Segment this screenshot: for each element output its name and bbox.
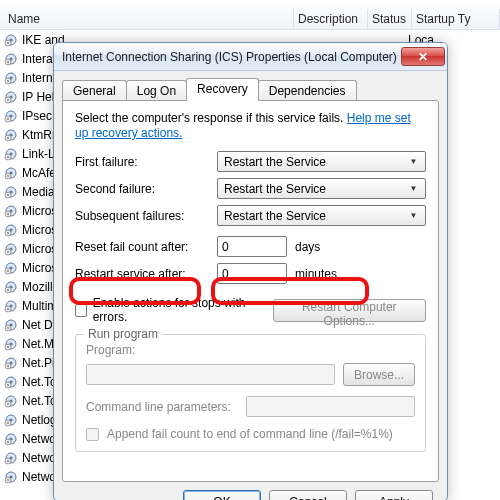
tab-recovery[interactable]: Recovery [186, 78, 259, 101]
service-icon [4, 375, 18, 389]
col-description[interactable]: Description [294, 9, 368, 29]
service-icon [4, 470, 18, 484]
svg-point-59 [7, 308, 9, 310]
svg-point-87 [7, 441, 9, 443]
restart-computer-options-button: Restart Computer Options... [273, 299, 426, 322]
svg-point-63 [7, 327, 9, 329]
second-failure-dropdown[interactable]: Restart the Service ▼ [217, 178, 426, 199]
svg-point-95 [7, 479, 9, 481]
ok-button[interactable]: OK [183, 490, 261, 500]
tab-logon[interactable]: Log On [126, 80, 187, 101]
service-icon [4, 90, 18, 104]
chevron-down-icon: ▼ [406, 211, 421, 220]
svg-point-39 [7, 213, 9, 215]
service-icon [4, 299, 18, 313]
svg-point-67 [7, 346, 9, 348]
service-icon [4, 337, 18, 351]
service-icon [4, 52, 18, 66]
svg-point-19 [7, 118, 9, 120]
tab-dependencies[interactable]: Dependencies [258, 80, 357, 101]
properties-dialog: Internet Connection Sharing (ICS) Proper… [53, 42, 448, 500]
browse-button: Browse... [343, 363, 415, 386]
restart-after-label: Restart service after: [75, 267, 217, 281]
service-icon [4, 261, 18, 275]
svg-point-15 [7, 99, 9, 101]
service-icon [4, 147, 18, 161]
service-icon [4, 280, 18, 294]
svg-point-55 [7, 289, 9, 291]
service-icon [4, 166, 18, 180]
first-failure-dropdown[interactable]: Restart the Service ▼ [217, 151, 426, 172]
days-unit: days [295, 240, 320, 254]
cmdline-input [246, 396, 415, 417]
program-input [86, 364, 335, 385]
service-icon [4, 128, 18, 142]
svg-point-31 [7, 175, 9, 177]
service-icon [4, 394, 18, 408]
service-icon [4, 318, 18, 332]
list-header: Name Description Status Startup Ty [0, 0, 500, 30]
service-icon [4, 109, 18, 123]
svg-point-79 [7, 403, 9, 405]
service-icon [4, 242, 18, 256]
subsequent-failures-label: Subsequent failures: [75, 209, 217, 223]
enable-actions-label: Enable actions for stops with errors. [93, 296, 261, 324]
subsequent-failures-dropdown[interactable]: Restart the Service ▼ [217, 205, 426, 226]
reset-days-input[interactable] [217, 236, 287, 257]
svg-point-43 [7, 232, 9, 234]
cmdline-label: Command line parameters: [86, 400, 238, 414]
svg-point-27 [7, 156, 9, 158]
hint-text: Select the computer's response if this s… [75, 111, 426, 141]
col-name[interactable]: Name [4, 9, 294, 29]
restart-minutes-input[interactable] [217, 263, 287, 284]
minutes-unit: minutes [295, 267, 337, 281]
append-fail-checkbox [86, 428, 99, 441]
svg-point-71 [7, 365, 9, 367]
tab-general[interactable]: General [62, 80, 127, 101]
enable-actions-checkbox[interactable] [75, 304, 87, 317]
svg-point-51 [7, 270, 9, 272]
program-label: Program: [86, 343, 135, 357]
cancel-button[interactable]: Cancel [269, 490, 347, 500]
svg-point-3 [7, 42, 9, 44]
svg-point-35 [7, 194, 9, 196]
service-icon [4, 204, 18, 218]
service-icon [4, 33, 18, 47]
dialog-buttons: OK Cancel Apply [54, 490, 447, 500]
svg-point-83 [7, 422, 9, 424]
second-failure-label: Second failure: [75, 182, 217, 196]
append-fail-label: Append fail count to end of command line… [107, 427, 393, 441]
service-icon [4, 223, 18, 237]
svg-point-75 [7, 384, 9, 386]
run-program-group: Run program Program: Browse... Command l… [75, 334, 426, 452]
svg-point-91 [7, 460, 9, 462]
service-icon [4, 413, 18, 427]
titlebar[interactable]: Internet Connection Sharing (ICS) Proper… [54, 43, 447, 71]
svg-point-23 [7, 137, 9, 139]
close-icon: ✕ [418, 51, 428, 63]
chevron-down-icon: ▼ [406, 184, 421, 193]
first-failure-label: First failure: [75, 155, 217, 169]
svg-point-11 [7, 80, 9, 82]
chevron-down-icon: ▼ [406, 157, 421, 166]
close-button[interactable]: ✕ [401, 47, 445, 66]
service-icon [4, 356, 18, 370]
tabstrip: General Log On Recovery Dependencies [54, 71, 447, 100]
window-title: Internet Connection Sharing (ICS) Proper… [62, 50, 401, 64]
col-status[interactable]: Status [368, 9, 412, 29]
apply-button[interactable]: Apply [355, 490, 433, 500]
svg-point-47 [7, 251, 9, 253]
col-startup[interactable]: Startup Ty [412, 9, 500, 29]
run-program-legend: Run program [84, 327, 162, 341]
service-icon [4, 185, 18, 199]
reset-fail-label: Reset fail count after: [75, 240, 217, 254]
svg-point-7 [7, 61, 9, 63]
service-icon [4, 451, 18, 465]
service-icon [4, 71, 18, 85]
recovery-panel: Select the computer's response if this s… [62, 100, 439, 482]
service-icon [4, 432, 18, 446]
